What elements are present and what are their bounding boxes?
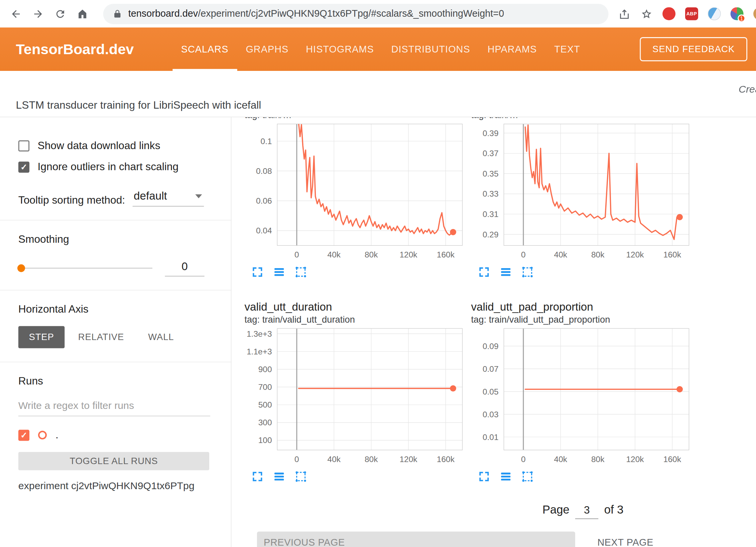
smoothing-slider-thumb[interactable] [17,264,25,272]
back-button[interactable] [10,7,22,20]
chart-card: tag: train/… 0.290.310.330.350.370.39040… [470,117,697,287]
run-name: . [55,429,58,441]
fit-domain-icon[interactable] [521,266,534,279]
runs-filter-input[interactable] [18,400,210,416]
svg-text:40k: 40k [554,455,568,464]
notification-badge: 1 [738,14,745,22]
svg-text:0.03: 0.03 [483,410,499,419]
abp-extension-icon[interactable]: ABP [685,7,698,20]
axis-wall-button[interactable]: WALL [138,326,185,348]
tab-scalars[interactable]: SCALARS [172,27,237,71]
svg-text:160k: 160k [663,455,681,464]
reload-button[interactable] [54,7,67,20]
svg-text:500: 500 [258,400,272,409]
pagination: Page of 3 [542,503,756,519]
expand-chart-icon[interactable] [478,266,491,279]
run-list-item[interactable]: ✓ . [18,429,212,441]
url-bar[interactable]: tensorboard.dev/experiment/cj2vtPiwQHKN9… [103,4,609,24]
runs-selector-icon[interactable] [273,266,286,279]
nav-tabs: SCALARS GRAPHS HISTOGRAMS DISTRIBUTIONS … [172,27,589,71]
profile-avatar[interactable]: 1 [731,7,744,20]
lock-icon [113,9,122,18]
chart-tag: tag: train/… [471,117,697,121]
cookie-extension-icon[interactable] [753,7,756,20]
home-button[interactable] [76,7,89,20]
experiment-subheader: Crea LSTM transducer training for LibriS… [0,71,756,117]
ignore-outliers-checkbox[interactable]: ✓ [18,161,29,173]
chevron-down-icon [196,194,202,198]
svg-text:900: 900 [258,365,272,374]
smoothing-value-field[interactable]: 0 [165,260,204,277]
svg-text:0: 0 [521,250,526,259]
horizontal-axis-label: Horizontal Axis [18,303,212,316]
chart-plot[interactable]: 0.290.310.330.350.370.39040k80k120k160k [470,121,692,262]
svg-text:0.35: 0.35 [483,169,499,178]
previous-page-button[interactable]: PREVIOUS PAGE [257,532,575,547]
abp-label: ABP [686,11,697,16]
tab-hparams[interactable]: HPARAMS [479,27,546,71]
chart-title: valid_utt_duration [244,300,470,314]
svg-text:0.31: 0.31 [483,210,499,219]
chart-plot[interactable]: 1003005007009001.1e+31.3e+3040k80k120k16… [244,326,466,466]
chart-toolbar [470,262,697,287]
tab-histograms[interactable]: HISTOGRAMS [297,27,382,71]
expand-chart-icon[interactable] [251,470,264,483]
svg-text:0: 0 [294,455,299,464]
svg-text:80k: 80k [365,455,378,464]
run-color-swatch [38,431,47,439]
forward-button[interactable] [32,7,44,20]
svg-text:160k: 160k [663,250,681,259]
svg-text:80k: 80k [591,250,605,259]
toggle-all-runs-button[interactable]: TOGGLE ALL RUNS [18,452,209,470]
axis-step-button[interactable]: STEP [18,326,65,348]
app-title: TensorBoard.dev [16,41,134,58]
axis-relative-button[interactable]: RELATIVE [68,326,135,348]
runs-selector-icon[interactable] [500,266,512,279]
tooltip-sorting-label: Tooltip sorting method: [18,194,125,207]
chart-plot[interactable]: 0.040.060.080.1040k80k120k160k [244,121,466,262]
svg-text:120k: 120k [626,250,644,259]
svg-text:120k: 120k [399,250,417,259]
show-download-links-checkbox[interactable] [18,140,29,151]
tab-text[interactable]: TEXT [545,27,589,71]
svg-text:0.01: 0.01 [483,433,499,442]
browser-window: tensorboard.dev/experiment/cj2vtPiwQHKN9… [0,0,756,547]
adblock-extension-icon[interactable] [662,7,675,20]
next-page-button[interactable]: NEXT PAGE [597,537,653,547]
bookmark-star-icon[interactable] [640,7,653,20]
svg-text:0.06: 0.06 [256,196,272,205]
svg-text:160k: 160k [437,250,455,259]
svg-text:120k: 120k [626,455,644,464]
chart-title: valid_utt_pad_proportion [471,300,697,314]
chart-plot[interactable]: 0.010.030.050.070.09040k80k120k160k [470,326,692,466]
blue-extension-icon[interactable] [708,7,721,20]
expand-chart-icon[interactable] [478,470,491,483]
runs-selector-icon[interactable] [500,470,512,483]
svg-text:0.07: 0.07 [483,364,499,373]
tooltip-sorting-value: default [134,190,167,203]
tab-distributions[interactable]: DISTRIBUTIONS [383,27,479,71]
fit-domain-icon[interactable] [294,470,307,483]
svg-text:160k: 160k [437,455,455,464]
smoothing-slider[interactable] [18,268,152,269]
send-feedback-button[interactable]: SEND FEEDBACK [640,37,747,61]
charts-grid: tag: train/… 0.040.060.080.1040k80k120k1… [244,117,756,491]
runs-selector-icon[interactable] [273,470,286,483]
tab-graphs[interactable]: GRAPHS [237,27,297,71]
browser-chrome: tensorboard.dev/experiment/cj2vtPiwQHKN9… [0,0,756,27]
svg-text:0.04: 0.04 [256,226,272,235]
svg-text:40k: 40k [328,455,341,464]
fit-domain-icon[interactable] [294,266,307,279]
svg-text:0: 0 [521,455,526,464]
tooltip-sorting-dropdown[interactable]: default [133,190,204,206]
expand-chart-icon[interactable] [251,266,264,279]
svg-text:120k: 120k [399,455,417,464]
page-number-input[interactable] [575,504,598,519]
run-checkbox[interactable]: ✓ [18,430,29,441]
svg-text:0.29: 0.29 [483,230,499,239]
chart-tag: tag: train/valid_utt_duration [244,314,470,326]
page-buttons: PREVIOUS PAGE NEXT PAGE [257,532,756,547]
share-icon[interactable] [618,7,631,20]
fit-domain-icon[interactable] [521,470,534,483]
svg-text:0.39: 0.39 [483,129,499,138]
